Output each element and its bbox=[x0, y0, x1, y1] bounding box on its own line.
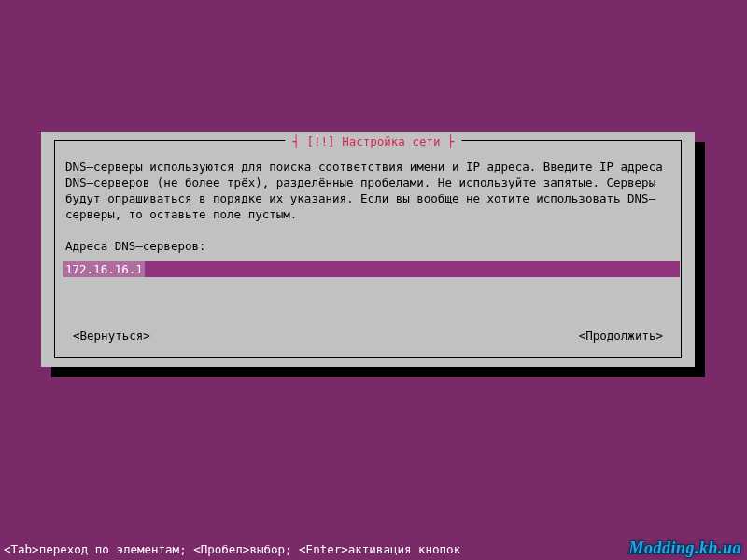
dns-prompt-label: Адреса DNS–серверов: bbox=[65, 238, 670, 254]
dialog-body: DNS–серверы используются для поиска соот… bbox=[65, 159, 670, 277]
installer-screen: ┤ [!!] Настройка сети ├ DNS–серверы испо… bbox=[0, 0, 747, 560]
dns-input-value: 172.16.16.1 bbox=[63, 261, 145, 277]
dialog-buttons: <Вернуться> <Продолжить> bbox=[65, 329, 670, 343]
dialog-title: ┤ [!!] Настройка сети ├ bbox=[285, 134, 461, 148]
watermark: Modding.kh.ua bbox=[628, 539, 741, 558]
dns-servers-input[interactable]: 172.16.16.1 bbox=[63, 261, 680, 277]
dialog-description: DNS–серверы используются для поиска соот… bbox=[65, 159, 670, 222]
dialog-title-text: [!!] Настройка сети bbox=[307, 134, 441, 148]
back-button[interactable]: <Вернуться> bbox=[65, 329, 158, 343]
continue-button[interactable]: <Продолжить> bbox=[571, 329, 670, 343]
help-bar: <Tab>переход по элементам; <Пробел>выбор… bbox=[0, 542, 464, 556]
